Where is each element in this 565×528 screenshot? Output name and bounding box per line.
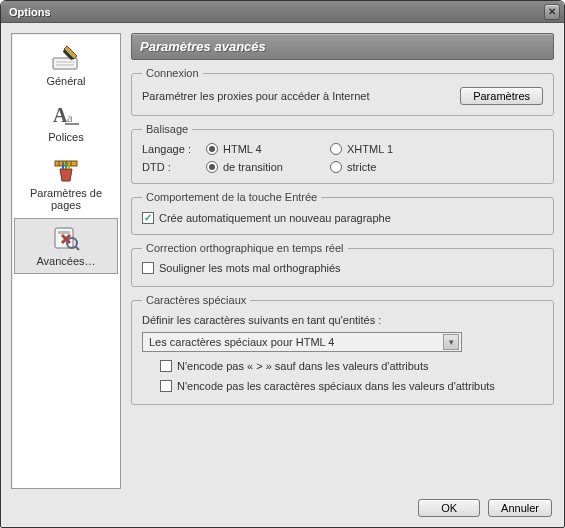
checkbox-icon (160, 360, 172, 372)
sidebar-item-label: Avancées… (36, 255, 95, 267)
group-special-chars: Caractères spéciaux Définir les caractèr… (131, 294, 554, 405)
checkbox-icon (142, 262, 154, 274)
connexion-desc: Paramétrer les proxies pour accéder à In… (142, 90, 369, 102)
radio-label: HTML 4 (223, 143, 262, 155)
window-body: Général A a Polices (1, 23, 564, 527)
group-balisage: Balisage Langage : HTML 4 XHTML 1 (131, 123, 554, 184)
proxy-settings-button[interactable]: Paramètres (460, 87, 543, 105)
ok-button[interactable]: OK (418, 499, 480, 517)
window-title: Options (9, 6, 544, 18)
cancel-button[interactable]: Annuler (488, 499, 552, 517)
svg-text:A: A (53, 104, 68, 126)
svg-line-19 (75, 246, 79, 250)
content-pane: Paramètres avancés Connexion Paramétrer … (131, 33, 554, 489)
titlebar: Options ✕ (1, 1, 564, 23)
options-window: Options ✕ Général (0, 0, 565, 528)
check-no-encode-attrs[interactable]: N'encode pas les caractères spéciaux dan… (160, 380, 495, 392)
legend-spell: Correction orthographique en temps réel (142, 242, 348, 254)
group-connexion: Connexion Paramétrer les proxies pour ac… (131, 67, 554, 116)
check-label: N'encode pas les caractères spéciaux dan… (177, 380, 495, 392)
check-label: Crée automatiquement un nouveau paragrap… (159, 212, 391, 224)
radio-icon (330, 161, 342, 173)
chevron-down-icon: ▾ (443, 334, 459, 350)
main-area: Général A a Polices (11, 33, 554, 489)
close-icon[interactable]: ✕ (544, 4, 560, 20)
radio-label: stricte (347, 161, 376, 173)
group-spellcheck: Correction orthographique en temps réel … (131, 242, 554, 287)
radio-xhtml1[interactable]: XHTML 1 (330, 143, 393, 155)
legend-connexion: Connexion (142, 67, 203, 79)
legend-chars: Caractères spéciaux (142, 294, 250, 306)
radio-icon (206, 143, 218, 155)
sidebar-item-page-settings[interactable]: Paramètres de pages (14, 150, 118, 218)
check-label: Souligner les mots mal orthographiés (159, 262, 341, 274)
radio-transition[interactable]: de transition (206, 161, 316, 173)
check-no-encode-gt[interactable]: N'encode pas « > » sauf dans les valeurs… (160, 360, 429, 372)
radio-label: de transition (223, 161, 283, 173)
select-value: Les caractères spéciaux pour HTML 4 (149, 336, 334, 348)
sidebar-item-label: Polices (48, 131, 83, 143)
ruler-cup-icon (48, 155, 84, 185)
sidebar-item-label: Général (46, 75, 85, 87)
radio-icon (206, 161, 218, 173)
legend-enter: Comportement de la touche Entrée (142, 191, 321, 203)
pencil-pad-icon (48, 43, 84, 73)
tools-icon (48, 223, 84, 253)
font-icon: A a (48, 99, 84, 129)
check-label: N'encode pas « > » sauf dans les valeurs… (177, 360, 429, 372)
radio-html4[interactable]: HTML 4 (206, 143, 316, 155)
dtd-label: DTD : (142, 161, 198, 173)
chars-desc: Définir les caractères suivants en tant … (142, 314, 543, 326)
sidebar-item-general[interactable]: Général (14, 38, 118, 94)
radio-icon (330, 143, 342, 155)
legend-balisage: Balisage (142, 123, 192, 135)
radio-stricte[interactable]: stricte (330, 161, 376, 173)
chars-select[interactable]: Les caractères spéciaux pour HTML 4 ▾ (142, 332, 462, 352)
check-underline-misspelled[interactable]: Souligner les mots mal orthographiés (142, 262, 341, 274)
sidebar-item-fonts[interactable]: A a Polices (14, 94, 118, 150)
check-auto-paragraph[interactable]: Crée automatiquement un nouveau paragrap… (142, 212, 391, 224)
checkbox-icon (142, 212, 154, 224)
sidebar: Général A a Polices (11, 33, 121, 489)
group-enter-key: Comportement de la touche Entrée Crée au… (131, 191, 554, 235)
sidebar-item-label: Paramètres de pages (17, 187, 115, 211)
lang-label: Langage : (142, 143, 198, 155)
page-title: Paramètres avancés (140, 39, 266, 54)
svg-text:a: a (67, 110, 73, 125)
svg-rect-0 (53, 58, 77, 69)
sidebar-item-advanced[interactable]: Avancées… (14, 218, 118, 274)
svg-rect-17 (58, 231, 70, 234)
page-title-box: Paramètres avancés (131, 33, 554, 60)
radio-label: XHTML 1 (347, 143, 393, 155)
footer: OK Annuler (11, 497, 554, 517)
checkbox-icon (160, 380, 172, 392)
